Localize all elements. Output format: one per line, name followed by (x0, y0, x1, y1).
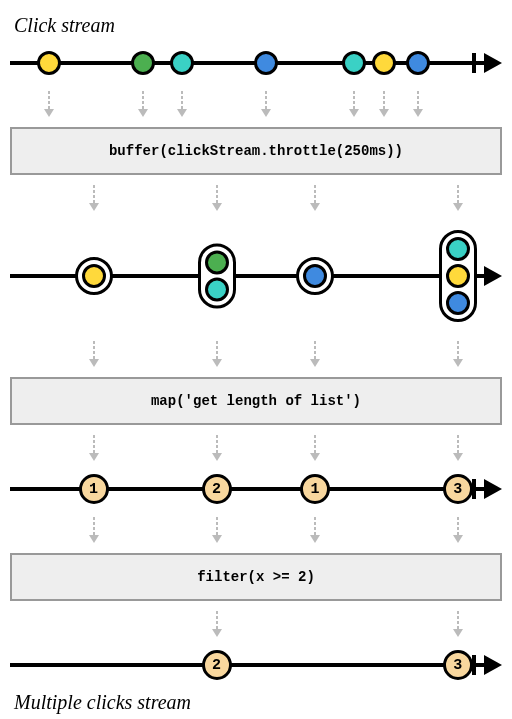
svg-marker-11 (379, 109, 389, 117)
title-bottom: Multiple clicks stream (14, 691, 502, 714)
buffered-item-marble (82, 264, 106, 288)
filtered-marble: 2 (202, 650, 232, 680)
source-event-marble (406, 51, 430, 75)
buffered-group (198, 244, 236, 309)
svg-marker-23 (89, 359, 99, 367)
svg-marker-29 (453, 359, 463, 367)
buffered-item-marble (446, 291, 470, 315)
filtered-marble: 3 (443, 650, 473, 680)
source-event-marble (37, 51, 61, 75)
buffered-item-marble (205, 278, 229, 302)
count-marble: 1 (79, 474, 109, 504)
svg-marker-47 (212, 629, 222, 637)
buffered-item-marble (446, 264, 470, 288)
flow-arrow-icon (88, 341, 100, 367)
flow-arrow-icon (348, 91, 360, 117)
flow-arrow-icon (452, 341, 464, 367)
svg-marker-31 (89, 453, 99, 461)
arrow-row-groups-to-map (10, 339, 502, 369)
timeline-filtered: 23 (10, 647, 502, 683)
flow-arrow-icon (211, 185, 223, 211)
operator-filter: filter(x >= 2) (10, 553, 502, 601)
title-top: Click stream (14, 14, 502, 37)
flow-arrow-icon (309, 341, 321, 367)
flow-arrow-icon (452, 435, 464, 461)
flow-arrow-icon (211, 517, 223, 543)
svg-marker-37 (453, 453, 463, 461)
svg-marker-1 (44, 109, 54, 117)
flow-arrow-icon (309, 517, 321, 543)
svg-marker-7 (261, 109, 271, 117)
arrow-row-buffer-to-groups (10, 183, 502, 213)
svg-marker-45 (453, 535, 463, 543)
timeline-source (10, 45, 502, 81)
svg-marker-27 (310, 359, 320, 367)
arrow-row-map-to-counts (10, 433, 502, 463)
flow-arrow-icon (88, 435, 100, 461)
source-event-marble (254, 51, 278, 75)
source-event-marble (170, 51, 194, 75)
svg-marker-5 (177, 109, 187, 117)
timeline-counts: 1213 (10, 471, 502, 507)
flow-arrow-icon (211, 611, 223, 637)
count-marble: 2 (202, 474, 232, 504)
flow-arrow-icon (43, 91, 55, 117)
operator-map: map('get length of list') (10, 377, 502, 425)
svg-marker-35 (310, 453, 320, 461)
svg-marker-49 (453, 629, 463, 637)
svg-marker-25 (212, 359, 222, 367)
arrow-row-source-to-buffer (10, 89, 502, 119)
flow-arrow-icon (88, 517, 100, 543)
buffered-group (75, 257, 113, 295)
svg-marker-41 (212, 535, 222, 543)
flow-arrow-icon (176, 91, 188, 117)
source-event-marble (342, 51, 366, 75)
svg-marker-43 (310, 535, 320, 543)
svg-marker-15 (89, 203, 99, 211)
svg-marker-13 (413, 109, 423, 117)
source-event-marble (131, 51, 155, 75)
flow-arrow-icon (412, 91, 424, 117)
svg-marker-19 (310, 203, 320, 211)
svg-marker-3 (138, 109, 148, 117)
flow-arrow-icon (309, 435, 321, 461)
operator-buffer: buffer(clickStream.throttle(250ms)) (10, 127, 502, 175)
arrow-row-filter-to-result (10, 609, 502, 639)
buffered-group (296, 257, 334, 295)
flow-arrow-icon (88, 185, 100, 211)
count-marble: 3 (443, 474, 473, 504)
buffered-item-marble (446, 237, 470, 261)
count-marble: 1 (300, 474, 330, 504)
arrow-row-counts-to-filter (10, 515, 502, 545)
flow-arrow-icon (452, 611, 464, 637)
buffered-item-marble (303, 264, 327, 288)
buffered-item-marble (205, 251, 229, 275)
svg-marker-39 (89, 535, 99, 543)
svg-marker-33 (212, 453, 222, 461)
flow-arrow-icon (137, 91, 149, 117)
svg-marker-21 (453, 203, 463, 211)
timeline-buffered (10, 221, 502, 331)
flow-arrow-icon (260, 91, 272, 117)
flow-arrow-icon (452, 517, 464, 543)
svg-marker-9 (349, 109, 359, 117)
svg-marker-17 (212, 203, 222, 211)
flow-arrow-icon (211, 435, 223, 461)
flow-arrow-icon (309, 185, 321, 211)
buffered-group (439, 230, 477, 322)
flow-arrow-icon (378, 91, 390, 117)
source-event-marble (372, 51, 396, 75)
flow-arrow-icon (452, 185, 464, 211)
flow-arrow-icon (211, 341, 223, 367)
